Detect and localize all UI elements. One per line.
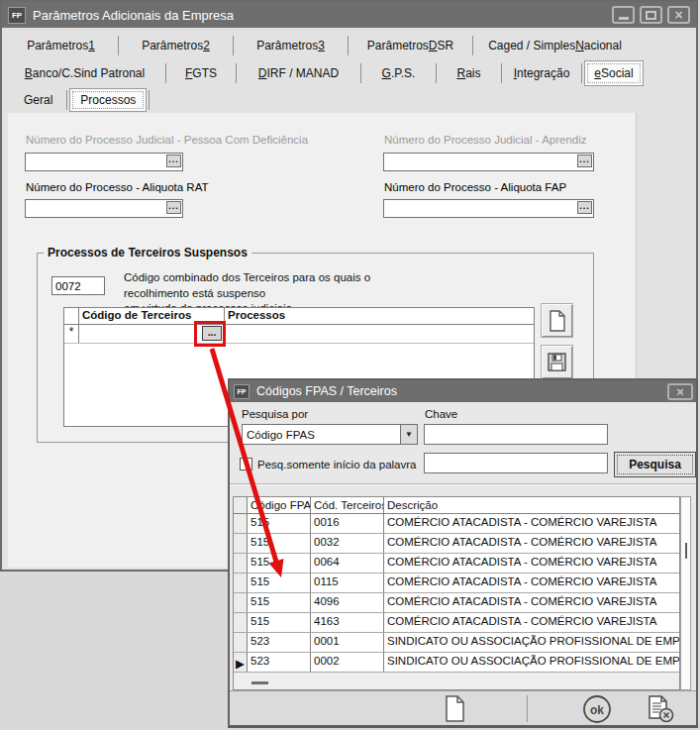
input-processo-rat[interactable] bbox=[25, 199, 183, 218]
terceiros-lookup-ellipsis-button[interactable]: ... bbox=[202, 326, 222, 341]
document-x-icon bbox=[647, 695, 674, 723]
minimize-icon bbox=[619, 17, 629, 20]
tab-fgts[interactable]: FGTS bbox=[166, 59, 236, 87]
toolbar-separator bbox=[527, 695, 528, 722]
cell-descricao: SINDICATO OU ASSOCIAÇÃO PROFISSIONAL DE … bbox=[384, 653, 679, 672]
ok-icon: ok bbox=[582, 694, 612, 724]
main-titlebar: FP Parâmetros Adicionais da Empresa × bbox=[2, 2, 696, 28]
tab-par-metros-dsr[interactable]: Parâmetros DSR bbox=[349, 32, 472, 59]
fpas-grid-row[interactable]: 5150032COMÉRCIO ATACADISTA - COMÉRCIO VA… bbox=[234, 534, 679, 554]
main-window-title: Parâmetros Adicionais da Empresa bbox=[33, 8, 612, 23]
minimize-button[interactable] bbox=[612, 6, 635, 24]
row-selector[interactable] bbox=[234, 574, 248, 592]
selected-row-marker[interactable]: ▶ bbox=[234, 653, 248, 672]
lookup-ellipsis-button-rat[interactable]: ... bbox=[166, 201, 181, 214]
tab-dirf-manad[interactable]: DIRF / MANAD bbox=[237, 59, 360, 87]
new-record-button[interactable] bbox=[440, 694, 469, 723]
subtab-geral[interactable]: Geral bbox=[10, 87, 66, 113]
tab-caged-simples-nacional[interactable]: Caged / Simples Nacional bbox=[473, 32, 637, 59]
header-cod-terceiros: Cód. Terceiros bbox=[311, 497, 384, 513]
tab-esocial[interactable]: eSocial bbox=[584, 60, 644, 86]
separator bbox=[230, 483, 696, 485]
field-processo-aprendiz: ... bbox=[383, 153, 594, 171]
vertical-scrollbar[interactable] bbox=[680, 496, 691, 690]
cell-cod-terceiros: 0016 bbox=[311, 514, 384, 533]
row-selector[interactable] bbox=[234, 593, 248, 612]
close-button[interactable]: × bbox=[667, 6, 690, 24]
word-start-checkbox[interactable] bbox=[240, 458, 252, 470]
cell-descricao: SINDICATO OU ASSOCIAÇÃO PROFISSIONAL DE … bbox=[384, 633, 679, 652]
search-term-input[interactable] bbox=[424, 453, 608, 473]
header-descricao: Descrição bbox=[384, 497, 679, 513]
fpas-grid-row[interactable]: 5150115COMÉRCIO ATACADISTA - COMÉRCIO VA… bbox=[234, 574, 679, 593]
fpas-dialog-title: Códigos FPAS / Terceiros bbox=[256, 384, 667, 398]
cell-processos[interactable] bbox=[225, 325, 534, 343]
lookup-ellipsis-button-aprendiz[interactable]: ... bbox=[577, 155, 592, 167]
new-document-icon bbox=[445, 695, 465, 722]
tab-g-p-s[interactable]: G.P.S. bbox=[361, 59, 436, 87]
close-icon: × bbox=[676, 385, 684, 398]
fpas-grid-row[interactable]: 5230001SINDICATO OU ASSOCIAÇÃO PROFISSIO… bbox=[234, 633, 679, 653]
row-selector[interactable] bbox=[234, 613, 248, 632]
chevron-down-icon[interactable]: ▼ bbox=[400, 425, 417, 444]
tab-par-metros-1[interactable]: Parâmetros 1 bbox=[4, 32, 118, 59]
cell-cod-terceiros: 0001 bbox=[311, 633, 384, 652]
cancel-button[interactable] bbox=[646, 694, 675, 723]
new-record-button[interactable] bbox=[541, 303, 573, 338]
header-row-selector bbox=[64, 308, 79, 324]
search-by-label: Pesquisa por bbox=[242, 408, 308, 420]
new-row-marker: * bbox=[64, 325, 79, 343]
fpas-grid: Código FPAS Cód. Terceiros Descrição 515… bbox=[233, 496, 680, 690]
search-button[interactable]: Pesquisa bbox=[614, 452, 696, 477]
grid-new-row[interactable]: * ... bbox=[64, 325, 534, 344]
lookup-ellipsis-button-fap[interactable]: ... bbox=[577, 201, 592, 214]
fpas-grid-row[interactable]: 5154163COMÉRCIO ATACADISTA - COMÉRCIO VA… bbox=[234, 613, 679, 633]
search-by-select[interactable]: Código FPAS ▼ bbox=[242, 424, 418, 445]
vertical-scrollbar-thumb[interactable] bbox=[685, 543, 687, 559]
row-selector[interactable] bbox=[234, 514, 248, 533]
tab-separator bbox=[149, 90, 150, 110]
cell-codigo-fpas: 515 bbox=[248, 593, 311, 612]
header-processos: Processos bbox=[225, 308, 534, 324]
fpas-close-button[interactable]: × bbox=[667, 383, 693, 400]
cell-descricao: COMÉRCIO ATACADISTA - COMÉRCIO VAREJISTA bbox=[384, 613, 679, 632]
cell-codigo-terceiros[interactable]: ... bbox=[79, 325, 225, 343]
cell-cod-terceiros: 0115 bbox=[311, 574, 384, 592]
horizontal-scrollbar-thumb[interactable] bbox=[251, 681, 268, 684]
tab-row-2: Banco/C.Sind PatronalFGTSDIRF / MANADG.P… bbox=[4, 59, 635, 87]
tab-separator bbox=[581, 63, 582, 83]
row-selector[interactable] bbox=[234, 554, 248, 573]
maximize-button[interactable] bbox=[640, 6, 662, 24]
window-controls: × bbox=[612, 6, 690, 24]
lookup-ellipsis-button-pcd[interactable]: ... bbox=[166, 155, 181, 167]
tab-banco-c-sind-patronal[interactable]: Banco/C.Sind Patronal bbox=[4, 59, 165, 87]
cell-codigo-fpas: 515 bbox=[248, 554, 311, 573]
ok-button[interactable]: ok bbox=[582, 694, 612, 723]
fpas-dialog-titlebar: FP Códigos FPAS / Terceiros × bbox=[230, 380, 696, 402]
fpas-grid-row[interactable]: 5154096COMÉRCIO ATACADISTA - COMÉRCIO VA… bbox=[234, 593, 679, 613]
subtab-processos[interactable]: Processos bbox=[69, 88, 147, 112]
fpas-grid-row[interactable]: 5150016COMÉRCIO ATACADISTA - COMÉRCIO VA… bbox=[234, 514, 679, 534]
new-document-icon bbox=[549, 310, 566, 332]
input-processo-fap[interactable] bbox=[383, 199, 594, 218]
row-selector[interactable] bbox=[234, 534, 248, 553]
tab-par-metros-2[interactable]: Parâmetros 2 bbox=[119, 32, 233, 59]
tab-separator bbox=[66, 90, 67, 110]
row-selector[interactable] bbox=[234, 633, 248, 652]
fpas-dialog-icon: FP bbox=[234, 384, 250, 399]
key-input[interactable] bbox=[424, 424, 608, 445]
combined-code-input[interactable] bbox=[51, 276, 105, 295]
cell-codigo-fpas: 515 bbox=[248, 514, 311, 533]
fpas-grid-row[interactable]: ▶5230002SINDICATO OU ASSOCIAÇÃO PROFISSI… bbox=[234, 653, 679, 673]
cell-cod-terceiros: 0032 bbox=[311, 534, 384, 553]
tab-rais[interactable]: Rais bbox=[437, 59, 501, 87]
input-processo-aprendiz[interactable] bbox=[383, 153, 594, 171]
fpas-grid-row[interactable]: 5150064COMÉRCIO ATACADISTA - COMÉRCIO VA… bbox=[234, 554, 679, 574]
cell-codigo-fpas: 515 bbox=[248, 574, 311, 592]
tab-integra-o[interactable]: Integração bbox=[502, 59, 581, 87]
input-processo-pcd[interactable] bbox=[25, 153, 183, 171]
fpas-grid-header: Código FPAS Cód. Terceiros Descrição bbox=[234, 497, 679, 514]
subtab-row: GeralProcessos bbox=[10, 87, 150, 113]
tab-par-metros-3[interactable]: Parâmetros 3 bbox=[234, 32, 348, 59]
save-button[interactable] bbox=[541, 345, 573, 379]
